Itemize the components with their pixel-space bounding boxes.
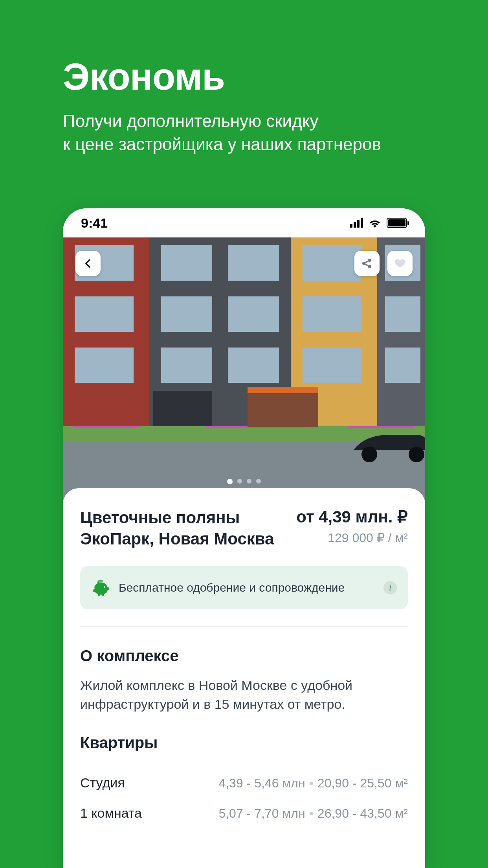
promo-headline: Экономь: [63, 55, 425, 98]
svg-rect-16: [228, 296, 279, 332]
detail-sheet: Цветочные поляны ЭкоПарк, Новая Москва о…: [63, 488, 425, 868]
promo-subtitle: Получи дополнительную скидку к цене заст…: [63, 109, 425, 156]
svg-rect-14: [228, 245, 279, 281]
svg-rect-24: [385, 348, 420, 383]
property-price-per-m2: 129 000 ₽ / м²: [296, 530, 408, 545]
svg-rect-15: [161, 296, 212, 332]
svg-point-30: [362, 262, 365, 265]
apartments-heading: Квартиры: [80, 734, 408, 752]
favorite-button[interactable]: [387, 251, 413, 276]
svg-rect-21: [303, 348, 361, 383]
wifi-icon: [369, 218, 381, 228]
svg-rect-26: [248, 387, 318, 393]
svg-point-28: [361, 447, 377, 462]
svg-rect-18: [228, 348, 279, 383]
status-time: 9:41: [81, 215, 108, 231]
battery-icon: [387, 218, 407, 228]
apartment-row[interactable]: Студия 4,39 - 5,46 млн•20,90 - 25,50 м²: [80, 763, 408, 794]
apartments-list: Студия 4,39 - 5,46 млн•20,90 - 25,50 м² …: [80, 763, 408, 824]
svg-rect-33: [98, 580, 103, 581]
cellular-icon: [350, 218, 363, 228]
info-icon[interactable]: i: [383, 581, 397, 594]
apartment-row[interactable]: 1 комната 5,07 - 7,70 млн•26,90 - 43,50 …: [80, 794, 408, 824]
svg-rect-23: [385, 296, 420, 332]
piggy-bank-icon: [91, 578, 111, 598]
promo-block: Экономь Получи дополнительную скидку к ц…: [0, 0, 488, 180]
property-price: от 4,39 млн. ₽: [296, 507, 408, 526]
approval-banner[interactable]: Бесплатное одобрение и сопровождение i: [80, 566, 408, 609]
svg-point-29: [409, 447, 424, 462]
svg-rect-12: [75, 348, 134, 383]
share-button[interactable]: [354, 251, 380, 276]
svg-rect-27: [248, 393, 318, 427]
svg-rect-25: [153, 391, 212, 426]
about-text: Жилой комплекс в Новой Москве с удобной …: [80, 676, 408, 714]
svg-rect-19: [303, 245, 361, 281]
phone-frame: 9:41: [63, 208, 425, 868]
svg-rect-13: [161, 245, 212, 281]
about-heading: О комплексе: [80, 647, 408, 665]
divider: [80, 626, 408, 627]
banner-text: Бесплатное одобрение и сопровождение: [119, 581, 376, 594]
status-bar: 9:41: [63, 208, 425, 237]
property-title: Цветочные поляны ЭкоПарк, Новая Москва: [80, 507, 274, 550]
property-image-carousel[interactable]: [63, 237, 425, 500]
svg-rect-20: [303, 296, 361, 332]
svg-rect-17: [161, 348, 212, 383]
back-button[interactable]: [75, 251, 101, 276]
carousel-dots: [63, 479, 425, 484]
svg-rect-11: [75, 296, 134, 332]
